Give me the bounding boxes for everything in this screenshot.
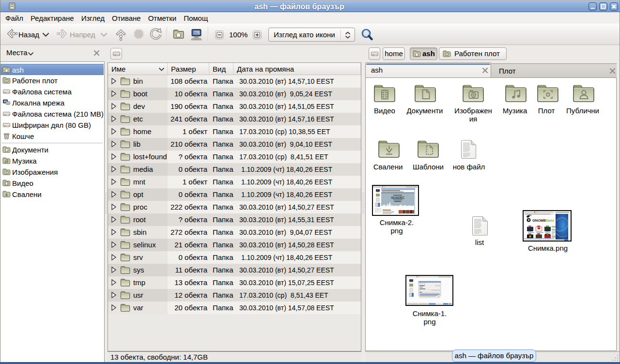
- svg-text:GNOME: GNOME: [532, 218, 546, 223]
- svg-text:Store: Store: [545, 218, 554, 223]
- svg-text:GUADEC: GUADEC: [391, 196, 404, 199]
